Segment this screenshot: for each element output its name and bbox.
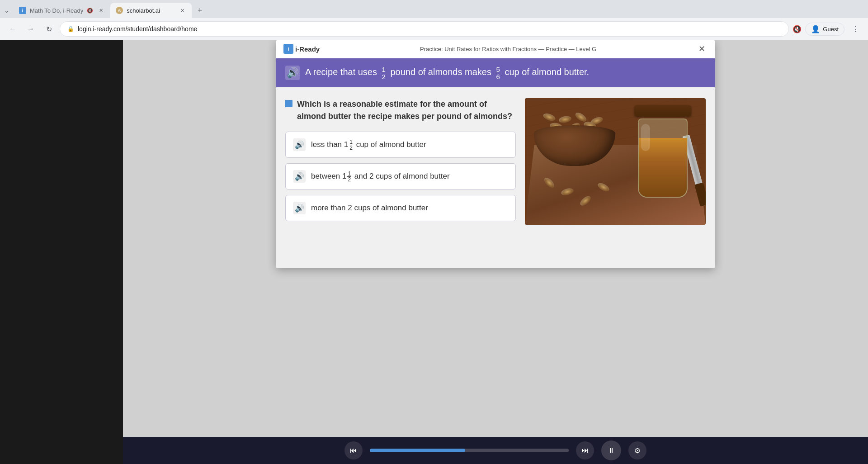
problem-statement-text: A recipe that uses 1 2 pound of almonds … xyxy=(305,66,589,80)
address-text: login.i-ready.com/student/dashboard/home xyxy=(78,25,781,33)
option3-text: more than 2 cups of almond butter xyxy=(311,204,428,213)
question-section: Which is a reasonable estimate for the a… xyxy=(285,98,516,257)
answer-option-1[interactable]: 🔊 less than 1 1 2 cup of almond butter xyxy=(285,132,516,158)
option3-audio-button[interactable]: 🔊 xyxy=(293,202,306,214)
forward-button[interactable]: → xyxy=(24,22,38,36)
bowl-body xyxy=(534,125,615,166)
fraction1-num: 1 xyxy=(381,66,387,73)
option1-audio-button[interactable]: 🔊 xyxy=(293,138,306,151)
iready-logo-text: i-Ready xyxy=(295,45,320,53)
media-toolbar: ⏮ ⏭ ⏸ ⚙ xyxy=(123,437,868,464)
left-panel xyxy=(0,40,123,464)
skip-forward-button[interactable]: ⏭ xyxy=(576,441,594,459)
settings-icon: ⚙ xyxy=(634,446,641,455)
problem-audio-icon: 🔊 xyxy=(287,67,299,79)
refresh-button[interactable]: ↻ xyxy=(42,22,56,36)
guest-label: Guest xyxy=(823,26,839,33)
pause-button[interactable]: ⏸ xyxy=(601,440,621,460)
skip-back-button[interactable]: ⏮ xyxy=(344,441,363,459)
question-indicator xyxy=(285,100,292,107)
iready-logo-icon: i xyxy=(283,44,293,54)
progress-fill xyxy=(370,449,465,452)
answer-option-2[interactable]: 🔊 between 1 1 2 and 2 cups of almond but… xyxy=(285,163,516,189)
new-tab-button[interactable]: + xyxy=(193,4,206,17)
almond-butter-jar xyxy=(638,107,688,198)
skip-back-icon: ⏮ xyxy=(350,446,357,455)
almond-nut xyxy=(542,112,556,123)
tab-mute-icon: 🔇 xyxy=(87,8,93,14)
tab-bar: ⌄ i Math To Do, i-Ready 🔇 ✕ s scholarbot… xyxy=(0,0,868,18)
browser-chrome: ⌄ i Math To Do, i-Ready 🔇 ✕ s scholarbot… xyxy=(0,0,868,40)
almond-nut xyxy=(558,115,572,124)
option2-audio-button[interactable]: 🔊 xyxy=(293,170,306,183)
guest-icon: 👤 xyxy=(811,25,820,33)
problem-audio-button[interactable]: 🔊 xyxy=(285,66,300,80)
answer-option-3[interactable]: 🔊 more than 2 cups of almond butter xyxy=(285,195,516,221)
modal-content: Which is a reasonable estimate for the a… xyxy=(276,87,715,268)
tab-list-button[interactable]: ⌄ xyxy=(0,3,14,18)
browser-menu-button[interactable]: ⋮ xyxy=(848,22,863,36)
option1-text: less than 1 1 2 cup of almond butter xyxy=(311,139,426,151)
content-area: Which is a reasonable estimate for the a… xyxy=(276,87,715,268)
lock-icon: 🔒 xyxy=(67,26,74,32)
option2-frac-den: 2 xyxy=(347,177,351,182)
tab-favicon-scholar: s xyxy=(116,7,123,14)
skip-forward-icon: ⏭ xyxy=(581,446,589,455)
fraction1: 1 2 xyxy=(381,66,387,80)
modal-close-button[interactable]: ✕ xyxy=(697,43,708,54)
jar-highlight xyxy=(641,124,650,151)
modal-header: i i-Ready Practice: Unit Rates for Ratio… xyxy=(276,40,715,58)
question-text: Which is a reasonable estimate for the a… xyxy=(297,98,516,123)
jar-lid xyxy=(634,105,691,116)
option2-text: between 1 1 2 and 2 cups of almond butte… xyxy=(311,171,450,182)
fraction2-num: 5 xyxy=(495,66,500,73)
speaker-off-icon: 🔇 xyxy=(793,25,802,33)
almond-bowl xyxy=(534,112,615,166)
tab-close-scholarbot[interactable]: ✕ xyxy=(178,6,186,14)
tab-iready[interactable]: i Math To Do, i-Ready 🔇 ✕ xyxy=(14,3,110,18)
settings-button[interactable]: ⚙ xyxy=(628,441,646,459)
back-button[interactable]: ← xyxy=(5,22,20,36)
question-block: Which is a reasonable estimate for the a… xyxy=(285,98,516,123)
fraction2: 5 6 xyxy=(495,66,500,80)
almond-butter-image xyxy=(525,98,706,225)
option1-audio-icon: 🔊 xyxy=(295,140,304,150)
problem-text-middle: pound of almonds makes xyxy=(390,67,491,77)
option3-audio-icon: 🔊 xyxy=(295,204,304,213)
tab-close-iready[interactable]: ✕ xyxy=(97,6,105,14)
option2-frac-num: 1 xyxy=(347,171,351,177)
option1-frac-num: 1 xyxy=(349,139,353,145)
almond-butter-image-section xyxy=(525,98,706,257)
guest-profile-button[interactable]: 👤 Guest xyxy=(805,23,844,36)
jar-body xyxy=(638,118,688,198)
tab-favicon-iready: i xyxy=(19,7,26,14)
pause-icon: ⏸ xyxy=(608,446,615,455)
option1-frac-den: 2 xyxy=(349,145,353,151)
problem-text-before: A recipe that uses xyxy=(305,67,377,77)
problem-statement-header: 🔊 A recipe that uses 1 2 pound of almond… xyxy=(276,58,715,87)
tab-label-iready: Math To Do, i-Ready xyxy=(30,7,83,14)
tab-scholarbot[interactable]: s scholarbot.ai ✕ xyxy=(110,3,192,18)
iready-modal: i i-Ready Practice: Unit Rates for Ratio… xyxy=(276,40,715,268)
tab-label-scholarbot: scholarbot.ai xyxy=(127,7,175,14)
main-content-area: i i-Ready Practice: Unit Rates for Ratio… xyxy=(123,40,868,464)
fraction1-den: 2 xyxy=(381,73,387,80)
fraction2-den: 6 xyxy=(495,73,500,80)
address-bar-row: ← → ↻ 🔒 login.i-ready.com/student/dashbo… xyxy=(0,18,868,40)
problem-text-end: cup of almond butter. xyxy=(505,67,589,77)
answer-options: 🔊 less than 1 1 2 cup of almond butter xyxy=(285,132,516,221)
address-bar[interactable]: 🔒 login.i-ready.com/student/dashboard/ho… xyxy=(60,21,789,37)
option2-audio-icon: 🔊 xyxy=(295,172,304,181)
progress-track[interactable] xyxy=(370,449,569,452)
modal-title: Practice: Unit Rates for Ratios with Fra… xyxy=(420,46,596,52)
iready-logo: i i-Ready xyxy=(283,44,320,54)
